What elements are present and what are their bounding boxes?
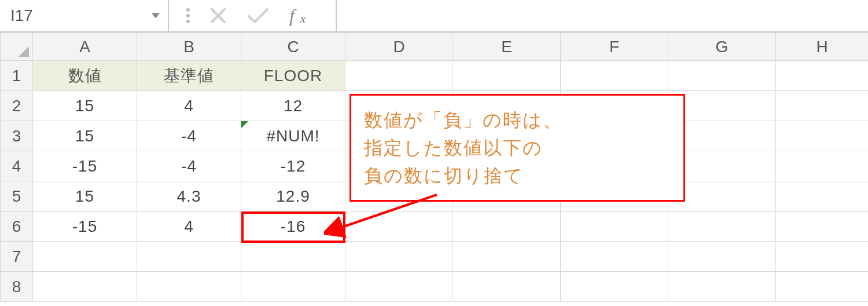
cell-H6[interactable]: [776, 212, 869, 242]
cell-D8[interactable]: [345, 272, 453, 302]
row-1: 1 数値 基準値 FLOOR: [1, 61, 869, 91]
cell-D7[interactable]: [345, 242, 453, 272]
cell-H4[interactable]: [776, 151, 869, 181]
cell-B5[interactable]: 4.3: [137, 181, 241, 212]
cell-H7[interactable]: [776, 242, 869, 272]
cell-D1[interactable]: [345, 61, 453, 91]
cell-C4[interactable]: -12: [241, 151, 345, 181]
callout-line1: 数値が「負」の時は、: [364, 106, 671, 134]
row-8: 8: [1, 272, 869, 302]
cell-A2[interactable]: 15: [33, 91, 137, 121]
cell-G8[interactable]: [668, 272, 776, 302]
cell-B1[interactable]: 基準値: [137, 61, 241, 91]
cell-G1[interactable]: [668, 61, 776, 91]
col-header-E[interactable]: E: [453, 33, 561, 61]
name-box-value: I17: [10, 6, 33, 25]
cell-H8[interactable]: [776, 272, 869, 302]
col-header-D[interactable]: D: [345, 33, 453, 61]
col-header-B[interactable]: B: [137, 33, 241, 61]
row-header-7[interactable]: 7: [1, 242, 33, 272]
cell-H3[interactable]: [776, 121, 869, 151]
cell-F6[interactable]: [561, 212, 668, 242]
cell-C7[interactable]: [241, 242, 345, 272]
more-icon[interactable]: [186, 8, 190, 23]
cell-G6[interactable]: [668, 212, 776, 242]
cell-F8[interactable]: [561, 272, 668, 302]
row-header-2[interactable]: 2: [1, 91, 33, 121]
col-header-A[interactable]: A: [33, 33, 137, 61]
cell-A3[interactable]: 15: [33, 121, 137, 151]
cell-A4[interactable]: -15: [33, 151, 137, 181]
cancel-icon: [209, 7, 227, 24]
cell-A6[interactable]: -15: [33, 212, 137, 242]
fx-icon[interactable]: f x: [289, 5, 318, 27]
cell-E8[interactable]: [453, 272, 561, 302]
cell-B6[interactable]: 4: [137, 212, 241, 242]
row-header-5[interactable]: 5: [1, 181, 33, 212]
svg-text:x: x: [299, 11, 306, 26]
col-header-F[interactable]: F: [561, 33, 668, 61]
row-header-8[interactable]: 8: [1, 272, 33, 302]
cell-E7[interactable]: [453, 242, 561, 272]
cell-B3[interactable]: -4: [137, 121, 241, 151]
cell-H5[interactable]: [776, 181, 869, 212]
column-header-row: A B C D E F G H: [1, 33, 869, 61]
row-header-4[interactable]: 4: [1, 151, 33, 181]
formula-input[interactable]: [337, 0, 868, 31]
cell-B4[interactable]: -4: [137, 151, 241, 181]
cell-C2[interactable]: 12: [241, 91, 345, 121]
cell-E6[interactable]: [453, 212, 561, 242]
cell-A7[interactable]: [33, 242, 137, 272]
cell-C6[interactable]: -16: [241, 212, 345, 242]
row-header-6[interactable]: 6: [1, 212, 33, 242]
callout-line2: 指定した数値以下の: [364, 134, 671, 162]
callout-box: 数値が「負」の時は、 指定した数値以下の 負の数に切り捨て: [350, 94, 685, 202]
cell-B2[interactable]: 4: [137, 91, 241, 121]
formula-bar: I17 f x: [0, 0, 868, 32]
cell-C8[interactable]: [241, 272, 345, 302]
cell-B8[interactable]: [137, 272, 241, 302]
cell-F7[interactable]: [561, 242, 668, 272]
svg-text:f: f: [289, 5, 297, 26]
confirm-icon: [247, 7, 270, 24]
cell-A8[interactable]: [33, 272, 137, 302]
cell-B7[interactable]: [137, 242, 241, 272]
cell-H1[interactable]: [776, 61, 869, 91]
col-header-H[interactable]: H: [776, 33, 869, 61]
cell-E1[interactable]: [453, 61, 561, 91]
row-header-1[interactable]: 1: [1, 61, 33, 91]
cell-C1[interactable]: FLOOR: [241, 61, 345, 91]
chevron-down-icon[interactable]: [152, 13, 160, 19]
col-header-C[interactable]: C: [241, 33, 345, 61]
name-box[interactable]: I17: [0, 0, 169, 31]
row-header-3[interactable]: 3: [1, 121, 33, 151]
cell-G7[interactable]: [668, 242, 776, 272]
cell-D6[interactable]: [345, 212, 453, 242]
cell-C3[interactable]: #NUM!: [241, 121, 345, 151]
select-all-corner[interactable]: [1, 33, 33, 61]
spreadsheet-grid: A B C D E F G H 1 数値 基準値 FLOOR 2 15 4 12…: [0, 32, 868, 302]
cell-C5[interactable]: 12.9: [241, 181, 345, 212]
cell-H2[interactable]: [776, 91, 869, 121]
row-7: 7: [1, 242, 869, 272]
cell-A5[interactable]: 15: [33, 181, 137, 212]
callout-line3: 負の数に切り捨て: [364, 162, 671, 190]
cell-A1[interactable]: 数値: [33, 61, 137, 91]
col-header-G[interactable]: G: [668, 33, 776, 61]
row-6: 6 -15 4 -16: [1, 212, 869, 242]
formula-bar-buttons: f x: [169, 0, 337, 31]
cell-F1[interactable]: [561, 61, 668, 91]
